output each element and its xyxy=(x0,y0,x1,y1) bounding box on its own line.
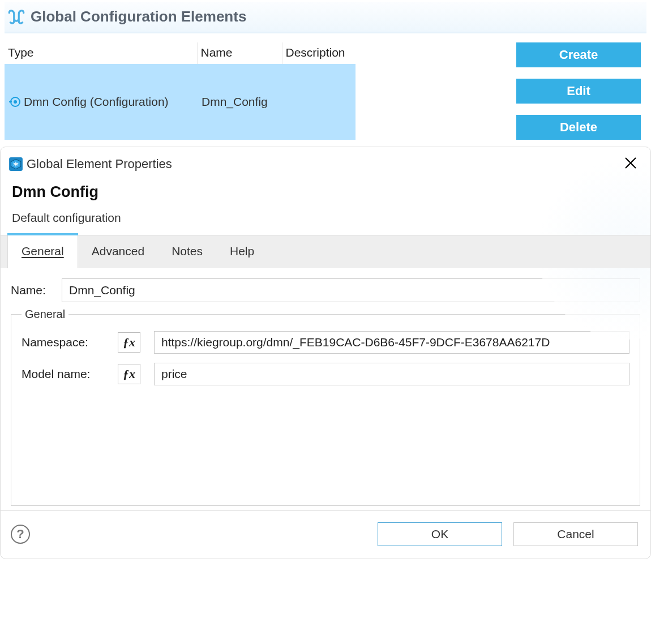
panel-header: Global Configuration Elements xyxy=(5,2,646,33)
cancel-button[interactable]: Cancel xyxy=(513,522,638,546)
global-config-panel: Global Configuration Elements Type Name … xyxy=(0,0,651,142)
namespace-label: Namespace: xyxy=(22,336,118,349)
modelname-row: Model name: ƒx xyxy=(22,363,629,385)
ok-button[interactable]: OK xyxy=(378,522,502,546)
modelname-fx-button[interactable]: ƒx xyxy=(118,364,140,384)
name-label: Name: xyxy=(11,284,62,297)
col-name[interactable]: Name xyxy=(197,42,282,64)
footer-buttons: OK Cancel xyxy=(378,522,638,546)
panel-title: Global Configuration Elements xyxy=(31,8,246,25)
fieldset-legend: General xyxy=(22,308,68,321)
tab-advanced[interactable]: Advanced xyxy=(78,235,158,268)
panel-body: Type Name Description Dmn Con xyxy=(5,33,646,140)
form-area: Name: General Namespace: ƒx Model name: … xyxy=(1,268,650,510)
namespace-row: Namespace: ƒx xyxy=(22,331,629,354)
help-button[interactable]: ? xyxy=(11,525,30,544)
edit-button[interactable]: Edit xyxy=(516,79,641,104)
element-icon xyxy=(9,96,22,108)
namespace-input[interactable] xyxy=(154,331,629,354)
dialog-title: Global Element Properties xyxy=(27,157,172,171)
dialog-icon xyxy=(8,157,23,171)
cell-name: Dmn_Config xyxy=(197,64,282,140)
dialog-header: Dmn Config Default configuration xyxy=(1,177,650,235)
dialog-footer: ? OK Cancel xyxy=(1,511,650,559)
tab-bar: General Advanced Notes Help xyxy=(1,235,650,268)
cell-description xyxy=(282,64,356,140)
properties-dialog: Global Element Properties Dmn Config Def… xyxy=(0,147,651,559)
close-icon xyxy=(624,157,637,169)
close-button[interactable] xyxy=(621,155,640,173)
mule-icon xyxy=(7,7,26,26)
namespace-fx-button[interactable]: ƒx xyxy=(118,332,140,353)
config-table[interactable]: Type Name Description Dmn Con xyxy=(5,42,356,140)
tab-help[interactable]: Help xyxy=(216,235,268,268)
general-fieldset: General Namespace: ƒx Model name: ƒx xyxy=(11,308,640,506)
modelname-label: Model name: xyxy=(22,367,118,381)
create-button[interactable]: Create xyxy=(516,42,641,67)
svg-point-1 xyxy=(14,100,17,104)
col-description[interactable]: Description xyxy=(282,42,356,64)
cell-type: Dmn Config (Configuration) xyxy=(24,95,169,109)
tab-notes[interactable]: Notes xyxy=(158,235,216,268)
dialog-heading: Dmn Config xyxy=(12,183,639,201)
tab-general[interactable]: General xyxy=(7,235,78,268)
dialog-titlebar: Global Element Properties xyxy=(1,147,650,177)
delete-button[interactable]: Delete xyxy=(516,115,641,140)
action-buttons: Create Edit Delete xyxy=(516,42,646,140)
modelname-input[interactable] xyxy=(154,363,629,385)
col-type[interactable]: Type xyxy=(5,42,197,64)
table-row[interactable]: Dmn Config (Configuration) Dmn_Config xyxy=(5,64,356,140)
dialog-subheading: Default configuration xyxy=(12,211,639,225)
